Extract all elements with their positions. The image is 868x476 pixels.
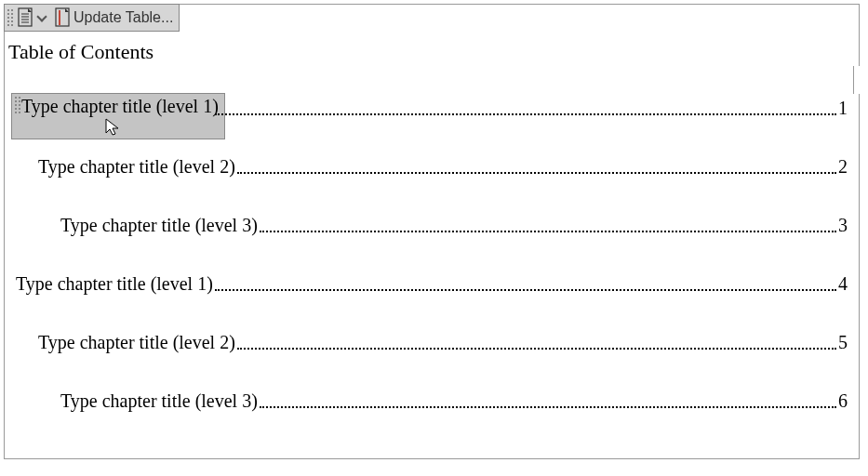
toc-options-menu[interactable]	[16, 7, 49, 28]
update-table-label: Update Table...	[73, 9, 173, 26]
chevron-down-icon	[36, 11, 47, 21]
leader-dots	[237, 172, 836, 174]
toc-entry-label: Type chapter title (level 1)	[16, 273, 213, 295]
toc-entry[interactable]: Type chapter title (level 2) 5	[16, 332, 848, 353]
toc-entry-label: Type chapter title (level 2)	[38, 332, 235, 353]
mouse-cursor-icon	[105, 118, 122, 137]
toc-entry-page: 4	[838, 273, 848, 295]
selected-entry-box[interactable]: Type chapter title (level 1)	[11, 93, 225, 139]
toc-entry[interactable]: Type chapter title (level 3) 3	[16, 215, 848, 236]
toc-entry-page: 6	[838, 390, 848, 412]
document-refresh-icon	[53, 7, 72, 28]
drag-handle-icon[interactable]	[7, 8, 14, 27]
tab-notch	[853, 66, 864, 94]
toc-entry-page: 2	[838, 156, 848, 178]
toc-entry-page: 5	[838, 332, 848, 353]
toc-entry[interactable]: Type chapter title (level 2) 2	[16, 156, 848, 178]
toc-entry-label: Type chapter title (level 2)	[38, 156, 235, 178]
leader-dots	[260, 406, 836, 408]
toc-title[interactable]: Table of Contents	[8, 40, 154, 64]
leader-dots	[260, 231, 836, 232]
leader-dots	[215, 289, 836, 291]
drag-handle-icon[interactable]	[14, 96, 21, 114]
toc-toolbar: Update Table...	[4, 4, 180, 32]
toc-entry-label: Type chapter title (level 1)	[21, 96, 219, 117]
document-list-icon	[16, 7, 34, 28]
toc-entry[interactable]: Type chapter title (level 3) 6	[16, 390, 848, 412]
toc-entry[interactable]: Type chapter title (level 1) 4	[16, 273, 848, 295]
toc-entry-page: 3	[838, 215, 848, 236]
update-table-button[interactable]: Update Table...	[53, 7, 173, 28]
toc-entry-page: 1	[838, 98, 848, 119]
toc-entry-label: Type chapter title (level 3)	[60, 390, 258, 412]
leader-dots	[237, 348, 836, 350]
toc-entry-label: Type chapter title (level 3)	[60, 215, 258, 236]
toc-entries: Type chapter title (level 1) Type chapte…	[5, 98, 859, 449]
toc-entry[interactable]: Type chapter title (level 1) Type chapte…	[16, 98, 848, 119]
toc-container: Update Table... Table of Contents Type c…	[4, 4, 860, 459]
leader-dots	[215, 113, 836, 115]
